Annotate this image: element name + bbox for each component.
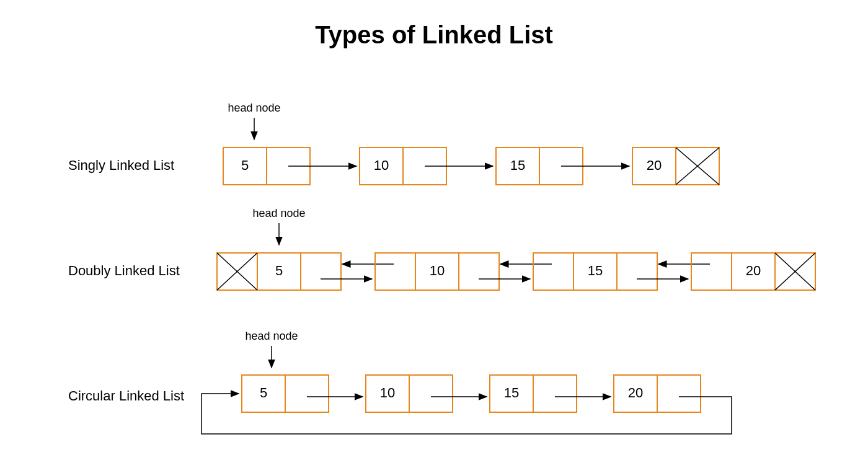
singly-node-2-value: 10 bbox=[374, 157, 389, 173]
null-icon bbox=[775, 253, 815, 290]
circular-node-2: 10 bbox=[366, 375, 453, 412]
circular-node-1: 5 bbox=[242, 375, 329, 412]
arrow-circular-wrap bbox=[202, 394, 732, 434]
circular-node-4: 20 bbox=[614, 375, 701, 412]
singly-node-4: 20 bbox=[632, 148, 719, 185]
doubly-node-1-value: 5 bbox=[275, 263, 283, 278]
label-circular: Circular Linked List bbox=[68, 388, 184, 404]
singly-node-4-value: 20 bbox=[647, 157, 662, 173]
null-icon bbox=[676, 148, 719, 185]
circular-node-3-value: 15 bbox=[504, 385, 519, 400]
doubly-node-1: 5 bbox=[217, 253, 341, 290]
singly-node-3-value: 15 bbox=[510, 157, 525, 173]
singly-node-1-value: 5 bbox=[241, 157, 249, 173]
label-doubly: Doubly Linked List bbox=[68, 263, 180, 278]
circular-node-4-value: 20 bbox=[628, 385, 643, 400]
circular-node-3: 15 bbox=[490, 375, 577, 412]
circular-node-2-value: 10 bbox=[380, 385, 395, 400]
diagram-title: Types of Linked List bbox=[315, 21, 553, 48]
doubly-node-3-value: 15 bbox=[588, 263, 603, 278]
doubly-node-2: 10 bbox=[375, 253, 499, 290]
doubly-node-4: 20 bbox=[691, 253, 815, 290]
doubly-node-3: 15 bbox=[533, 253, 657, 290]
circular-node-1-value: 5 bbox=[260, 385, 267, 400]
null-icon bbox=[217, 253, 257, 290]
head-label-circular: head node bbox=[245, 330, 298, 342]
doubly-node-4-value: 20 bbox=[746, 263, 761, 278]
head-label-doubly: head node bbox=[252, 207, 305, 219]
doubly-node-2-value: 10 bbox=[430, 263, 445, 278]
head-label-singly: head node bbox=[228, 102, 280, 114]
label-singly: Singly Linked List bbox=[68, 157, 174, 173]
